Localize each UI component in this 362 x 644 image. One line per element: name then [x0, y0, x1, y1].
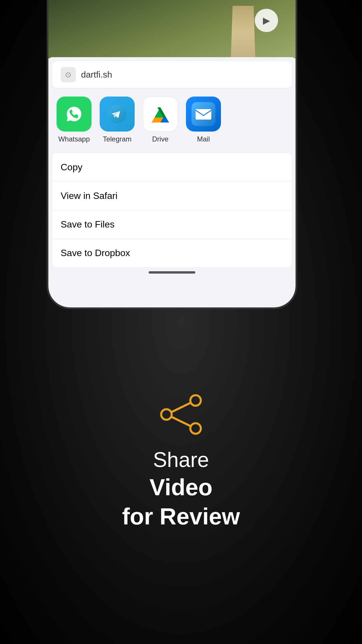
share-text-block: Share Video for Review: [122, 448, 240, 530]
telegram-app-item[interactable]: Telegram: [100, 97, 135, 143]
scroll-indicator: [149, 271, 195, 274]
url-bar: ⊙ dartfi.sh: [52, 61, 291, 88]
bottom-section: Share Video for Review: [0, 309, 362, 644]
video-figure: [226, 6, 261, 58]
share-line3: for Review: [122, 503, 240, 530]
mail-app-item[interactable]: Mail: [186, 97, 221, 143]
compass-icon: ⊙: [61, 67, 76, 82]
svg-line-7: [171, 403, 191, 412]
whatsapp-icon: [57, 97, 92, 132]
share-icon-container: [155, 394, 207, 436]
svg-line-8: [171, 417, 191, 426]
share-line2: Video: [122, 474, 240, 501]
dropbox-action[interactable]: Save to Dropbox: [52, 239, 291, 267]
svg-point-6: [190, 423, 201, 434]
phone-mockup: ▶ ⊙ dartfi.sh Whatsapp: [47, 0, 297, 309]
whatsapp-app-item[interactable]: Whatsapp: [57, 97, 92, 143]
files-action[interactable]: Save to Files: [52, 210, 291, 239]
safari-action[interactable]: View in Safari: [52, 182, 291, 210]
play-button[interactable]: ▶: [255, 9, 278, 32]
share-sheet: ⊙ dartfi.sh Whatsapp: [48, 57, 296, 274]
phone-screen: ▶ ⊙ dartfi.sh Whatsapp: [48, 0, 296, 307]
url-label: dartfi.sh: [81, 70, 112, 80]
copy-action[interactable]: Copy: [52, 153, 291, 182]
app-icons-row: Whatsapp: [48, 88, 296, 149]
action-list: Copy View in Safari Save to Files Save t…: [52, 153, 291, 267]
svg-rect-3: [196, 109, 211, 120]
share-line1: Share: [122, 448, 240, 472]
drive-app-item[interactable]: Drive: [143, 97, 178, 143]
share-icon: [155, 394, 207, 435]
telegram-icon: [100, 97, 135, 132]
svg-point-5: [161, 409, 172, 420]
drive-icon: [143, 97, 178, 132]
drive-label: Drive: [152, 135, 168, 143]
telegram-label: Telegram: [103, 135, 132, 143]
mail-icon: [186, 97, 221, 132]
mail-label: Mail: [197, 135, 210, 143]
whatsapp-label: Whatsapp: [58, 135, 90, 143]
video-background: ▶: [48, 0, 296, 58]
video-area: ▶: [48, 0, 296, 58]
svg-point-4: [190, 395, 201, 406]
